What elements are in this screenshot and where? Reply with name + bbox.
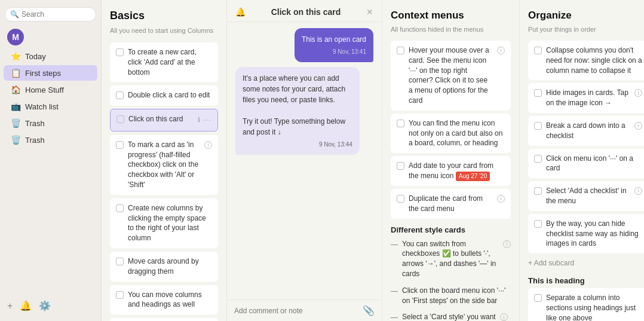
ctx-card-3[interactable]: Add date to your card from the menu icon… [391,156,511,186]
org-sec-card-1[interactable]: Separate a column into sections using he… [528,288,644,321]
org-card-1[interactable]: Collapse columns you don't need for now:… [528,41,644,80]
context-section-heading: Different style cards [391,225,511,234]
ctx-card-2-text: You can find the menu icon not only on a… [409,118,505,148]
notifications-icon[interactable]: 🔔 [20,300,32,311]
card-4-text: To mark a card as 'in progress' (half-fi… [128,140,200,190]
sidebar-bottom: + 🔔 ⚙️ [0,295,101,316]
org-card-6[interactable]: By the way, you can hide checklist same … [528,214,644,253]
org-sec-card-1-text: Separate a column into sections using he… [546,293,642,321]
org-checkbox-1[interactable] [534,47,542,54]
ctx-card-1[interactable]: Hover your mouse over a card. See the me… [391,41,511,111]
ctx-card-4-text: Duplicate the card from the card menu [409,194,493,214]
bubble-1-text: This is an open card [302,34,366,45]
modal-body: This is an open card 9 Nov, 13:41 It's a… [227,22,382,299]
card-3-actions: ℹ ··· [198,114,211,126]
bell-icon: 🔔 [235,7,246,17]
card-7[interactable]: You can move columns and headings as wel… [110,285,218,315]
card-7-text: You can move columns and headings as wel… [128,290,212,310]
org-card-3[interactable]: Break a card down into a checklist i [528,116,644,146]
org-checkbox-2[interactable] [534,89,542,97]
ctx-bullet-1[interactable]: — You can switch from checkboxes ✅ to bu… [391,237,511,281]
card-3[interactable]: Click on this card ℹ ··· [110,109,218,132]
card-3-text: Click on this card [128,114,194,124]
org-card-5[interactable]: Select 'Add a checklist' in the menu i [528,181,644,211]
ctx-bullet-3-text: Select a 'Card style' you want [402,312,496,321]
checkbox-2[interactable] [116,91,124,99]
checkbox-3[interactable] [116,115,124,123]
checkbox-5[interactable] [116,204,124,212]
ctx-checkbox-3[interactable] [397,162,404,170]
modal-title: Click on this card [271,7,341,17]
org-checkbox-6[interactable] [534,220,542,228]
ctx-info-4: i [497,195,505,203]
sidebar-item-watch-list[interactable]: 📺 Watch list [4,99,97,114]
info-icon-4: i [204,141,212,149]
ctx-checkbox-4[interactable] [397,195,404,203]
org-checkbox-3[interactable] [534,122,542,130]
modal-header: 🔔 Click on this card ✕ [227,0,382,22]
org-sec-checkbox-1[interactable] [534,294,542,302]
add-board-button[interactable]: + [7,301,13,311]
org-card-1-text: Collapse columns you don't need for now:… [546,45,642,75]
context-subtitle: All functions hided in the menus [391,26,511,33]
settings-icon[interactable]: ⚙️ [39,300,51,311]
sidebar-item-trash-1[interactable]: 🗑️ Trash [4,115,97,131]
basics-column: Basics All you need to start using Colum… [102,0,227,321]
ctx-checkbox-1[interactable] [397,47,404,54]
trash-icon-1: 🗑️ [11,118,21,128]
org-info-2: i [634,89,642,97]
card-4[interactable]: To mark a card as 'in progress' (half-fi… [110,135,218,195]
modal-column: 🔔 Click on this card ✕ This is an open c… [227,0,382,321]
card-1-text: To create a new card, click 'Add card' a… [128,47,212,77]
sidebar-item-home-stuff[interactable]: 🏠 Home Stuff [4,82,97,97]
search-bar[interactable]: 🔍 [5,7,96,22]
org-checkbox-5[interactable] [534,187,542,195]
attach-icon[interactable]: 📎 [363,305,375,316]
ctx-bullet-3[interactable]: — Select a 'Card style' you want i [391,310,511,321]
card-5-text: Create new columns by clicking the empty… [128,203,212,243]
bubble-1: This is an open card 9 Nov, 13:41 [295,28,373,62]
ctx-card-2[interactable]: You can find the menu icon not only on a… [391,114,511,153]
search-input[interactable] [22,10,91,19]
card-6-text: Move cards around by dragging them [128,256,212,277]
bubble-1-time: 9 Nov, 13:41 [302,47,366,56]
bubble-2: It's a place where you can add some note… [235,67,360,155]
basics-title: Basics [110,10,218,22]
org-checkbox-4[interactable] [534,155,542,163]
modal-header-icons: ✕ [366,7,373,17]
modal-input-area: 📎 [227,299,382,321]
org-info-3: i [634,122,642,130]
card-5[interactable]: Create new columns by clicking the empty… [110,198,218,248]
sidebar-item-today[interactable]: ⭐ Today [4,48,97,64]
org-card-4[interactable]: Click on menu icon '···' on a card [528,149,644,179]
checkbox-6[interactable] [116,258,124,265]
info-icon-3: ℹ [198,115,200,124]
card-2[interactable]: Double click a card to edit [110,85,218,105]
bubble-2-time: 9 Nov, 13:44 [243,140,352,149]
add-subcard-organize[interactable]: + Add subcard [528,256,644,270]
star-icon: ⭐ [11,51,21,61]
sidebar-item-first-steps[interactable]: 📋 First steps [4,65,97,81]
ctx-bullet-1-text: You can switch from checkboxes ✅ to bull… [402,239,499,279]
ctx-bullet-info-3: i [500,313,508,321]
ctx-card-3-text: Add date to your card from the menu icon… [409,161,505,181]
ctx-info-1: i [497,47,505,54]
sidebar-item-trash-2[interactable]: 🗑️ Trash [4,132,97,148]
org-card-3-text: Break a card down into a checklist [546,121,630,141]
checkbox-7[interactable] [116,291,124,299]
card-8[interactable]: Add images or files to your cards by dra… [110,318,218,321]
org-card-6-text: By the way, you can hide checklist same … [546,219,642,249]
ctx-bullet-2[interactable]: — Click on the board menu icon '···' on … [391,284,511,308]
more-icon-3[interactable]: ··· [203,114,211,126]
org-card-2[interactable]: Hide images in cards. Tap on the image i… [528,83,644,113]
tv-icon: 📺 [11,102,21,111]
card-6[interactable]: Move cards around by dragging them [110,252,218,282]
checkbox-4[interactable] [116,141,124,149]
close-icon[interactable]: ✕ [366,7,373,17]
bullet-dash-3: — [391,313,398,321]
comment-input[interactable] [234,307,358,315]
checkbox-1[interactable] [116,48,124,56]
ctx-card-4[interactable]: Duplicate the card from the card menu i [391,189,511,219]
card-1[interactable]: To create a new card, click 'Add card' a… [110,42,218,82]
ctx-checkbox-2[interactable] [397,120,404,127]
